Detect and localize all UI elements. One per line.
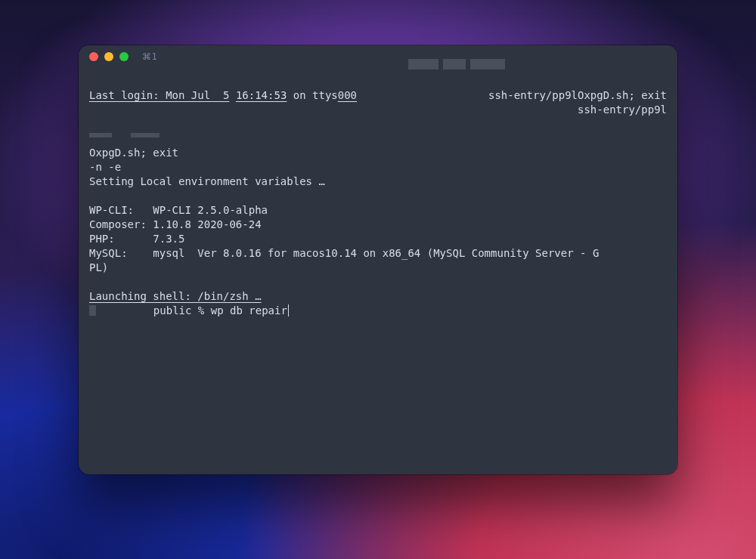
launching-shell-line: Launching shell: /bin/zsh …	[89, 290, 262, 302]
wpcli-version-line: WP-CLI: WP-CLI 2.5.0-alpha	[89, 204, 268, 216]
block-cursor-icon	[89, 305, 96, 316]
oxpg-line: OxpgD.sh; exit	[89, 147, 178, 159]
redacted-bar-icon	[131, 133, 160, 137]
ssh-entry-line-1: ssh-entry/pp9lOxpgD.sh; exit	[488, 88, 667, 103]
titlebar[interactable]: ⌘1	[79, 45, 677, 68]
terminal-window: ⌘1 Last login: Mon Jul 5 16:14:53 on tty…	[79, 45, 677, 474]
last-login-line: Last login: Mon Jul 5 16:14:53 on ttys00…	[89, 89, 357, 101]
text-cursor-icon	[288, 304, 290, 317]
fullscreen-icon[interactable]	[119, 52, 129, 61]
ssh-entry-line-2: ssh-entry/pp9l	[578, 103, 667, 117]
traffic-lights	[89, 52, 129, 61]
mysql-version-wrap: PL)	[89, 261, 108, 273]
php-version-line: PHP: 7.3.5	[89, 233, 184, 245]
terminal-output[interactable]: Last login: Mon Jul 5 16:14:53 on ttys00…	[79, 71, 677, 474]
setting-env-line: Setting Local environment variables …	[89, 175, 325, 187]
composer-version-line: Composer: 1.10.8 2020-06-24	[89, 218, 262, 230]
command-input[interactable]: wp db repair	[211, 304, 287, 317]
ne-line: -n -e	[89, 161, 121, 173]
minimize-icon[interactable]	[104, 52, 113, 61]
close-icon[interactable]	[89, 52, 98, 61]
mysql-version-line: MySQL: mysql Ver 8.0.16 for macos10.14 o…	[89, 247, 599, 259]
titlebar-redacted-area	[408, 59, 505, 69]
prompt-line[interactable]: public % wp db repair	[96, 304, 289, 317]
redacted-bar-icon	[89, 133, 112, 137]
window-tab-label: ⌘1	[142, 51, 157, 62]
